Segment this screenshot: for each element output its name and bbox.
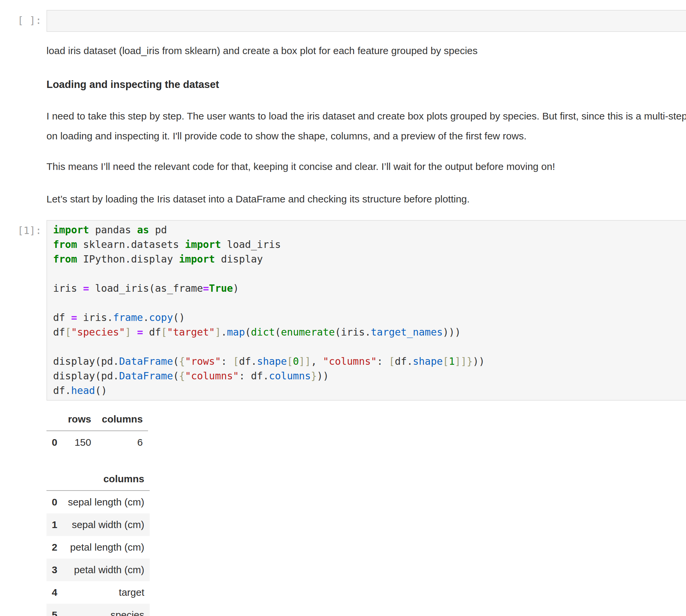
code-token: { (179, 370, 185, 382)
code-token: df. (53, 385, 71, 396)
code-token: map (227, 326, 245, 338)
section-heading: Loading and inspecting the dataset (46, 75, 686, 94)
code-token: [ (161, 326, 167, 338)
code-token: load_iris(as_frame (89, 282, 203, 294)
table-row: 3petal width (cm) (46, 558, 150, 581)
code-line: df.head() (53, 383, 686, 398)
code-token: df. (239, 355, 257, 367)
code-token: import (185, 239, 221, 250)
table-index-cell: 5 (46, 604, 63, 616)
code-token: ( (245, 326, 251, 338)
markdown-prompt-spacer (0, 32, 42, 36)
code-token: IPython.display (77, 253, 179, 265)
code-token: ] (125, 326, 131, 338)
code-token: import (179, 253, 215, 265)
code-token: columns (269, 370, 311, 382)
code-line: display(pd.DataFrame({"rows": [df.shape[… (53, 354, 686, 369)
table-cell: 150 (63, 431, 96, 454)
code-token: [ (389, 355, 395, 367)
code-line: from IPython.display import display (53, 252, 686, 266)
code-token: : (221, 355, 233, 367)
code-token: target_names (371, 326, 443, 338)
table-corner-cell (46, 408, 63, 431)
output-content: rowscolumns01506 columns0sepal length (c… (46, 401, 150, 616)
code-token: [ (287, 355, 293, 367)
code-token: "target" (167, 326, 215, 338)
table-cell: petal width (cm) (63, 558, 150, 581)
code-input-empty[interactable] (46, 10, 686, 32)
code-token: (iris. (335, 326, 371, 338)
code-token: from (53, 239, 77, 250)
code-token: display (215, 253, 263, 265)
table-index-cell: 0 (46, 490, 63, 513)
table-row: 2petal length (cm) (46, 536, 150, 558)
notebook: [ ]: load iris dataset (load_iris from s… (0, 0, 686, 616)
code-token: () (173, 312, 185, 323)
table-index-cell: 2 (46, 536, 63, 558)
cell-prompt-1: [1]: (0, 220, 42, 237)
code-token: pd (149, 224, 167, 236)
code-token: as (137, 224, 149, 236)
code-line: display(pd.DataFrame({"columns": df.colu… (53, 369, 686, 383)
table-cell: species (63, 604, 150, 616)
code-cell-1: [1]: import pandas as pdfrom sklearn.dat… (0, 220, 686, 401)
code-token: from (53, 253, 77, 265)
code-token: [ (443, 355, 449, 367)
output-prompt-spacer (0, 401, 42, 404)
code-line: df = iris.frame.copy() (53, 310, 686, 325)
code-line (53, 296, 686, 310)
code-token: : (377, 355, 389, 367)
code-token: ( (173, 355, 179, 367)
markdown-cell: load iris dataset (load_iris from sklear… (0, 32, 686, 209)
code-token: display(pd. (53, 370, 119, 382)
code-token: , (311, 355, 323, 367)
table-cell: target (63, 581, 150, 604)
code-token: ]] (455, 355, 467, 367)
code-line (53, 266, 686, 281)
code-token: )) (472, 355, 485, 367)
code-line: from sklearn.datasets import load_iris (53, 237, 686, 252)
code-token: : df. (239, 370, 269, 382)
code-token: ) (233, 282, 239, 294)
code-line: df["species"] = df["target"].map(dict(en… (53, 325, 686, 339)
table-cell: 6 (96, 431, 148, 454)
code-token: ( (275, 326, 281, 338)
code-token: )) (317, 370, 329, 382)
table-row: 4target (46, 581, 150, 604)
code-token: "species" (71, 326, 125, 338)
code-token: head (71, 385, 95, 396)
code-token: load_iris (221, 239, 281, 250)
markdown-content: load iris dataset (load_iris from sklear… (46, 32, 686, 209)
code-editor[interactable]: import pandas as pdfrom sklearn.datasets… (47, 221, 686, 400)
code-token: display(pd. (53, 355, 119, 367)
table-row: 5species (46, 604, 150, 616)
code-input-1[interactable]: import pandas as pdfrom sklearn.datasets… (46, 220, 686, 401)
code-token: () (95, 385, 107, 396)
code-token: shape (413, 355, 443, 367)
table-column-header: columns (96, 408, 148, 431)
table-cell: sepal width (cm) (63, 513, 150, 536)
code-token: ( (173, 370, 179, 382)
shape-table: rowscolumns01506 (46, 408, 148, 454)
code-token: ]] (299, 355, 311, 367)
table-index-cell: 3 (46, 558, 63, 581)
table-row: 0sepal length (cm) (46, 490, 150, 513)
code-token: [ (233, 355, 239, 367)
table-row: 01506 (46, 431, 148, 454)
code-token: "columns" (185, 370, 239, 382)
code-token: import (53, 224, 89, 236)
user-request-text: load iris dataset (load_iris from sklear… (46, 41, 686, 61)
code-token: df. (395, 355, 413, 367)
code-token: . (221, 326, 227, 338)
table-cell: petal length (cm) (63, 536, 150, 558)
paragraph-plan: I need to take this step by step. The us… (46, 106, 686, 146)
paragraph-plan-line-1: I need to take this step by step. The us… (46, 106, 686, 126)
table-index-cell: 1 (46, 513, 63, 536)
code-token: = (137, 326, 143, 338)
code-token: pandas (89, 224, 137, 236)
code-token: DataFrame (119, 355, 173, 367)
code-token: 1 (449, 355, 455, 367)
code-token: enumerate (281, 326, 335, 338)
empty-code-cell: [ ]: (0, 10, 686, 32)
code-token: dict (251, 326, 275, 338)
